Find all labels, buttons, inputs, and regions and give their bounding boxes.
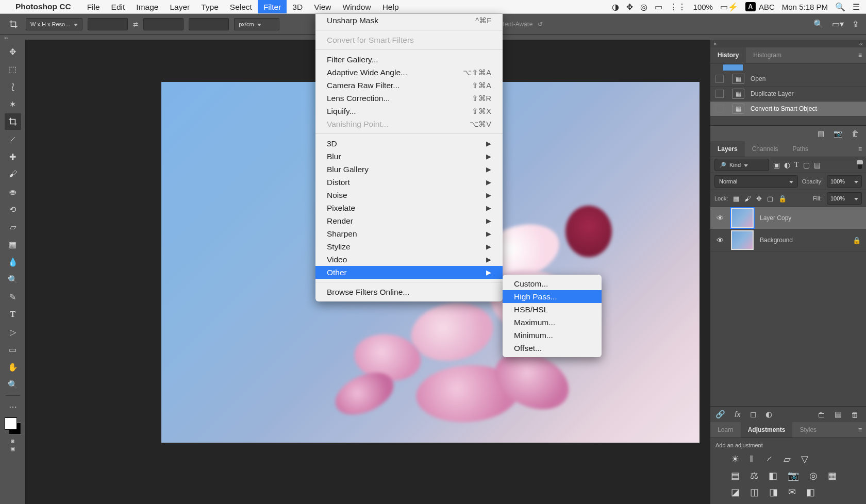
lock-position-icon[interactable]: ✥	[756, 195, 762, 203]
hand-tool-icon[interactable]: ✋	[5, 359, 21, 375]
visibility-icon[interactable]: 👁	[715, 236, 725, 244]
filter-menu-item[interactable]: 3D▶	[315, 137, 503, 150]
tab-history[interactable]: History	[710, 47, 746, 63]
layer-thumb[interactable]	[731, 230, 754, 250]
layer-item[interactable]: 👁 Background 🔒	[710, 229, 866, 251]
menu-file[interactable]: File	[81, 0, 106, 13]
filter-menu-item[interactable]: Lens Correction...⇧⌘R	[315, 92, 503, 105]
layer-thumb[interactable]	[731, 208, 754, 228]
menu-edit[interactable]: Edit	[106, 0, 131, 13]
filter-smart-icon[interactable]: ▤	[814, 161, 821, 169]
crop-tool-icon[interactable]	[5, 113, 21, 130]
marquee-tool-icon[interactable]: ⬚	[5, 61, 21, 77]
delete-layer-icon[interactable]: 🗑	[851, 410, 859, 419]
tab-styles[interactable]: Styles	[792, 422, 824, 438]
vibrance-icon[interactable]: ▽	[801, 453, 808, 465]
history-brush-tool-icon[interactable]: ⟲	[5, 201, 21, 217]
filter-menu-item[interactable]: Noise▶	[315, 189, 503, 201]
history-check[interactable]	[715, 105, 724, 113]
dodge-tool-icon[interactable]: 🔍	[5, 271, 21, 288]
curves-icon[interactable]: ⟋	[764, 453, 773, 465]
fill-input[interactable]: 100%	[827, 192, 862, 205]
history-item[interactable]: ▦ Convert to Smart Object	[710, 102, 866, 116]
history-item[interactable]: ▦ Open	[710, 72, 866, 87]
filter-menu-item[interactable]: Blur▶	[315, 150, 503, 163]
history-check[interactable]	[715, 75, 724, 83]
bw-icon[interactable]: ◧	[769, 470, 777, 481]
exposure-icon[interactable]: ▱	[784, 453, 791, 465]
snapshot-icon[interactable]: 📷	[834, 129, 842, 138]
filter-menu-item[interactable]: Distort▶	[315, 176, 503, 189]
menu-layer[interactable]: Layer	[164, 0, 195, 13]
filter-menu-item[interactable]: Blur Gallery▶	[315, 163, 503, 176]
other-submenu-item[interactable]: High Pass...	[503, 290, 602, 303]
menu-3d[interactable]: 3D	[287, 0, 308, 13]
menu-select[interactable]: Select	[224, 0, 258, 13]
type-tool-icon[interactable]: T	[5, 306, 21, 323]
battery-icon[interactable]: ▭⚡	[720, 2, 738, 12]
healing-brush-tool-icon[interactable]: ✚	[5, 148, 21, 165]
filter-menu-item[interactable]: Adaptive Wide Angle...⌥⇧⌘A	[315, 66, 503, 79]
tab-channels[interactable]: Channels	[745, 141, 786, 157]
clock[interactable]: Mon 5:18 PM	[782, 3, 828, 11]
crop-res-input[interactable]	[189, 18, 229, 30]
foreground-swatch[interactable]	[5, 417, 17, 430]
app-name[interactable]: Photoshop CC	[15, 2, 71, 11]
visibility-icon[interactable]: 👁	[715, 214, 725, 222]
history-item[interactable]: ▦ Duplicate Layer	[710, 87, 866, 102]
photo-filter-icon[interactable]: 📷	[788, 470, 799, 481]
adjustment-layer-icon[interactable]: ◐	[765, 410, 772, 419]
zoom-tool-icon[interactable]: 🔍	[5, 376, 21, 393]
shape-tool-icon[interactable]: ▭	[5, 341, 21, 358]
eyedropper-tool-icon[interactable]: ⟋	[5, 131, 21, 147]
filter-menu-item[interactable]: Filter Gallery...	[315, 53, 503, 66]
menu-image[interactable]: Image	[130, 0, 164, 13]
filter-menu-item[interactable]: Browse Filters Online...	[315, 285, 503, 298]
color-lookup-icon[interactable]: ▦	[828, 470, 837, 481]
other-submenu-item[interactable]: Minimum...	[503, 329, 602, 342]
panel-collapse-icon[interactable]: ‹‹	[859, 41, 863, 47]
reset-icon[interactable]: ↺	[538, 21, 543, 28]
layers-panel-menu-icon[interactable]: ≡	[854, 141, 866, 157]
other-submenu-item[interactable]: Maximum...	[503, 316, 602, 329]
edit-toolbar-icon[interactable]: ⋯	[5, 398, 21, 415]
search-icon[interactable]: 🔍	[813, 19, 824, 29]
fx-icon[interactable]: fx	[735, 410, 741, 419]
filter-pixel-icon[interactable]: ▣	[773, 161, 780, 169]
gradient-map-icon[interactable]: ✉	[788, 486, 796, 498]
menu-window[interactable]: Window	[337, 0, 377, 13]
menu-help[interactable]: Help	[377, 0, 405, 13]
tab-histogram[interactable]: Histogram	[746, 47, 789, 63]
filter-menu-item[interactable]: Liquify...⇧⌘X	[315, 105, 503, 117]
color-balance-icon[interactable]: ⚖	[750, 470, 758, 481]
tab-adjustments[interactable]: Adjustments	[741, 422, 793, 438]
new-layer-icon[interactable]: ▤	[835, 410, 842, 419]
lasso-tool-icon[interactable]: ⟅	[5, 78, 21, 95]
lock-transparent-icon[interactable]: ▦	[733, 195, 739, 203]
link-layers-icon[interactable]: 🔗	[715, 410, 725, 419]
fg-bg-swatches[interactable]	[5, 417, 21, 435]
filter-menu-item[interactable]: Sharpen▶	[315, 227, 503, 240]
eraser-tool-icon[interactable]: ▱	[5, 219, 21, 235]
crop-tool-icon[interactable]	[6, 17, 21, 31]
blur-tool-icon[interactable]: 💧	[5, 254, 21, 270]
crop-width-input[interactable]	[88, 18, 128, 30]
lock-image-icon[interactable]: 🖌	[744, 195, 751, 203]
filter-menu-item[interactable]: Stylize▶	[315, 240, 503, 253]
channel-mixer-icon[interactable]: ◎	[809, 470, 818, 481]
filter-menu-item[interactable]: Other▶	[315, 266, 503, 279]
control-center-icon[interactable]: ☰	[853, 2, 860, 12]
menu-view[interactable]: View	[308, 0, 337, 13]
pen-tool-icon[interactable]: ✎	[5, 289, 21, 305]
status-icon-1[interactable]: ◑	[612, 2, 619, 12]
layer-item[interactable]: 👁 Layer Copy	[710, 207, 866, 229]
filter-adjust-icon[interactable]: ◐	[784, 161, 790, 169]
posterize-icon[interactable]: ◫	[750, 486, 759, 498]
hue-sat-icon[interactable]: ▤	[731, 470, 740, 481]
panel-close-icon[interactable]: ×	[713, 41, 717, 47]
filter-menu-item[interactable]: Camera Raw Filter...⇧⌘A	[315, 79, 503, 92]
filter-menu-item[interactable]: Render▶	[315, 214, 503, 227]
filter-menu-item[interactable]: Video▶	[315, 253, 503, 266]
tab-learn[interactable]: Learn	[710, 422, 741, 438]
spotlight-icon[interactable]: 🔍	[835, 2, 845, 12]
